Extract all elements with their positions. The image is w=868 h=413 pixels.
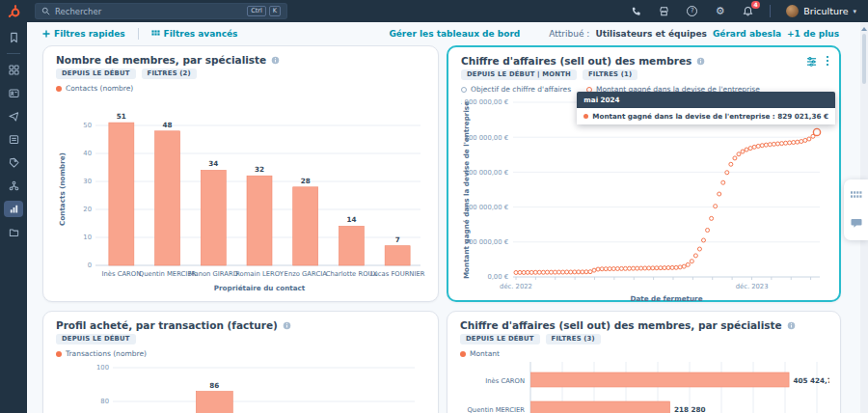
data-point[interactable]	[529, 270, 533, 274]
sidebar-item-crm[interactable]	[4, 85, 23, 101]
data-point[interactable]	[554, 270, 557, 274]
data-point[interactable]	[780, 142, 784, 146]
data-point[interactable]	[686, 262, 690, 266]
info-icon[interactable]	[271, 56, 280, 65]
sidebar-item-data-management[interactable]	[4, 224, 23, 240]
bar[interactable]	[155, 131, 180, 265]
data-point[interactable]	[647, 266, 651, 270]
data-point[interactable]	[764, 143, 768, 147]
data-point[interactable]	[584, 270, 588, 274]
scrollbar-thumb[interactable]	[862, 34, 866, 84]
data-point[interactable]	[796, 140, 800, 144]
advanced-filters-button[interactable]: Filtres avancés	[151, 29, 238, 39]
data-point[interactable]	[592, 268, 596, 272]
data-point[interactable]	[651, 266, 655, 270]
data-point[interactable]	[565, 270, 569, 274]
data-point[interactable]	[792, 141, 796, 145]
data-point[interactable]	[788, 141, 792, 145]
data-point[interactable]	[643, 266, 647, 270]
data-point[interactable]	[748, 147, 752, 151]
data-point[interactable]	[710, 216, 714, 220]
data-point[interactable]	[745, 148, 748, 151]
bar[interactable]	[196, 392, 232, 413]
account-menu[interactable]: Briculture ▾	[786, 5, 856, 17]
data-point[interactable]	[807, 137, 811, 141]
data-point[interactable]	[541, 270, 545, 274]
data-point[interactable]	[596, 267, 600, 271]
data-point[interactable]	[760, 144, 764, 148]
filters-badge[interactable]: FILTRES (1)	[583, 69, 637, 80]
quick-filters-button[interactable]: Filtres rapides	[42, 29, 125, 39]
data-point[interactable]	[678, 265, 682, 269]
data-point[interactable]	[588, 270, 592, 274]
marketplace-icon[interactable]	[658, 5, 670, 17]
data-point[interactable]	[577, 270, 581, 274]
data-point[interactable]	[690, 260, 693, 263]
bar[interactable]	[385, 246, 410, 265]
data-point[interactable]	[569, 270, 573, 274]
data-point[interactable]	[636, 266, 639, 270]
data-point[interactable]	[518, 270, 522, 274]
data-point[interactable]	[600, 267, 604, 271]
global-search-input[interactable]: Rechercher Ctrl K	[35, 3, 287, 19]
highlighted-data-point[interactable]	[813, 128, 820, 135]
data-point[interactable]	[701, 238, 705, 242]
data-point[interactable]	[628, 266, 632, 270]
data-point[interactable]	[604, 267, 608, 271]
sidebar-item-workspaces[interactable]	[4, 62, 23, 78]
info-icon[interactable]	[787, 321, 796, 330]
data-point[interactable]	[537, 270, 541, 274]
data-point[interactable]	[752, 145, 756, 149]
sidebar-item-marketing[interactable]	[4, 108, 23, 124]
data-point[interactable]	[545, 270, 549, 274]
data-point[interactable]	[533, 270, 537, 274]
data-point[interactable]	[741, 150, 745, 153]
data-point[interactable]	[514, 270, 518, 274]
data-point[interactable]	[632, 266, 636, 270]
data-point[interactable]	[639, 266, 643, 270]
shortcuts-icon[interactable]	[851, 191, 862, 199]
sidebar-item-automations[interactable]	[4, 178, 23, 194]
bar[interactable]	[339, 226, 364, 265]
sidebar-item-commerce[interactable]	[4, 154, 23, 171]
kebab-menu-icon[interactable]	[826, 55, 829, 67]
data-point[interactable]	[729, 162, 733, 166]
data-point[interactable]	[768, 143, 772, 147]
copilot-chat-icon[interactable]	[851, 218, 862, 229]
data-point[interactable]	[615, 266, 619, 270]
data-point[interactable]	[718, 192, 721, 196]
sidebar-item-bookmarks[interactable]	[4, 29, 23, 45]
date-range-badge[interactable]: DEPUIS LE DÉBUT	[56, 69, 136, 79]
data-point[interactable]	[522, 270, 526, 274]
calling-icon[interactable]	[630, 5, 642, 17]
data-point[interactable]	[557, 270, 561, 274]
bar[interactable]	[201, 170, 226, 265]
data-point[interactable]	[561, 270, 565, 274]
sidebar-item-content[interactable]	[4, 131, 23, 148]
data-point[interactable]	[623, 266, 627, 270]
data-point[interactable]	[655, 266, 659, 270]
help-icon[interactable]: ?	[686, 5, 698, 17]
assigned-more-link[interactable]: +1 de plus	[787, 29, 839, 39]
bar[interactable]	[531, 372, 790, 387]
data-point[interactable]	[549, 270, 553, 274]
legend-item[interactable]: Transactions (nombre)	[56, 350, 147, 358]
filters-badge[interactable]: FILTRES (3)	[546, 334, 601, 344]
assigned-user-link[interactable]: Gérard abesla	[713, 29, 781, 39]
data-point[interactable]	[674, 265, 678, 269]
filters-badge[interactable]: FILTRES (2)	[142, 69, 197, 79]
bar[interactable]	[293, 187, 318, 265]
info-icon[interactable]	[283, 321, 291, 330]
bar[interactable]	[247, 176, 272, 265]
data-point[interactable]	[526, 270, 529, 274]
data-point[interactable]	[670, 265, 674, 269]
data-point[interactable]	[682, 264, 686, 268]
data-point[interactable]	[756, 144, 760, 148]
date-range-badge[interactable]: DEPUIS LE DÉBUT	[460, 334, 540, 344]
hubspot-logo[interactable]	[0, 5, 29, 18]
data-point[interactable]	[697, 247, 701, 251]
legend-item[interactable]: Contacts (nombre)	[56, 85, 133, 93]
notifications-icon[interactable]: 4	[742, 5, 754, 17]
bar[interactable]	[109, 123, 134, 265]
scroll-up-arrow-icon[interactable]	[861, 27, 867, 31]
